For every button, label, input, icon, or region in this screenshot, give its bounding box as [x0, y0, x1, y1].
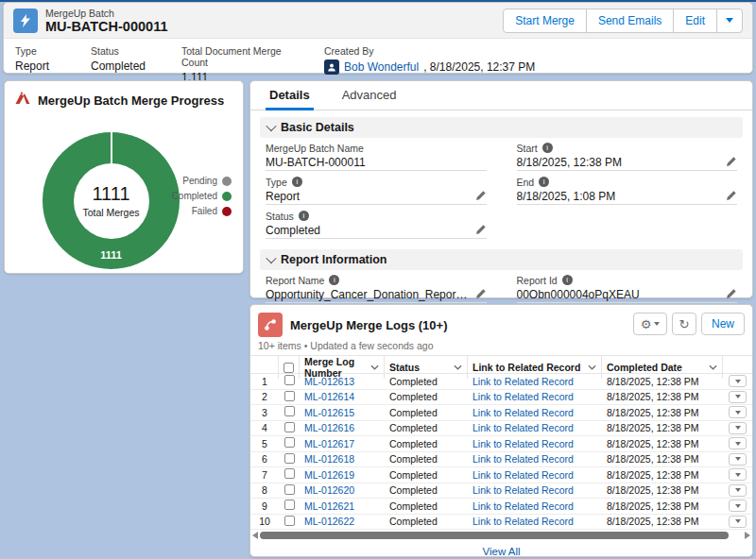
- info-icon[interactable]: i: [329, 275, 339, 285]
- row-status: Completed: [385, 516, 468, 527]
- related-record-link[interactable]: Link to Related Record: [472, 376, 574, 387]
- related-record-link[interactable]: Link to Related Record: [472, 453, 574, 465]
- row-actions-button[interactable]: [729, 437, 747, 449]
- send-emails-button[interactable]: Send Emails: [586, 8, 674, 33]
- field-value: MU-BATCH-000011: [266, 156, 366, 169]
- field-end: Endi 8/18/2025, 1:08 PM: [517, 176, 738, 206]
- more-actions-button[interactable]: [716, 8, 743, 33]
- related-record-link[interactable]: Link to Related Record: [472, 391, 574, 402]
- tab-details[interactable]: Details: [269, 88, 310, 110]
- list-settings-button[interactable]: ⚙: [633, 313, 667, 335]
- scrollbar-thumb[interactable]: [260, 532, 729, 539]
- row-checkbox[interactable]: [279, 468, 300, 481]
- row-actions-button[interactable]: [729, 391, 747, 403]
- info-icon[interactable]: i: [292, 177, 302, 187]
- row-status: Completed: [385, 500, 468, 512]
- row-checkbox[interactable]: [279, 406, 300, 418]
- section-report-information[interactable]: Report Information: [260, 249, 743, 270]
- section-title: Basic Details: [281, 121, 354, 134]
- row-actions-button[interactable]: [729, 468, 747, 481]
- row-number: 1: [250, 376, 279, 387]
- horizontal-scrollbar[interactable]: [250, 530, 752, 541]
- refresh-icon: ↻: [679, 317, 690, 331]
- row-checkbox[interactable]: [279, 453, 300, 466]
- related-list-title[interactable]: MergeUp Merge Logs (10+): [290, 318, 448, 332]
- field-label: Total Document Merge Count: [181, 45, 301, 68]
- row-checkbox[interactable]: [279, 500, 300, 512]
- row-status: Completed: [385, 484, 468, 496]
- info-icon[interactable]: i: [539, 177, 549, 187]
- chevron-down-icon: [735, 442, 741, 446]
- merge-log-link[interactable]: ML-012619: [304, 469, 354, 481]
- row-actions-button[interactable]: [729, 422, 747, 434]
- info-icon[interactable]: i: [542, 143, 553, 153]
- merge-log-link[interactable]: ML-012622: [304, 516, 354, 527]
- row-checkbox[interactable]: [279, 391, 300, 403]
- chevron-down-icon: [266, 253, 276, 263]
- related-record-link[interactable]: Link to Related Record: [472, 469, 574, 481]
- row-actions-button[interactable]: [729, 375, 747, 387]
- related-record-link[interactable]: Link to Related Record: [472, 438, 574, 449]
- chevron-down-icon: [654, 322, 660, 326]
- row-checkbox[interactable]: [279, 516, 300, 528]
- field-label: End: [517, 177, 535, 188]
- merge-log-link[interactable]: ML-012616: [304, 422, 354, 433]
- related-record-link[interactable]: Link to Related Record: [472, 407, 574, 418]
- merge-log-link[interactable]: ML-012621: [304, 500, 354, 512]
- created-by-user-link[interactable]: Bob Wonderful: [344, 60, 419, 74]
- refresh-button[interactable]: ↻: [672, 313, 696, 335]
- scroll-left-icon[interactable]: [252, 532, 258, 539]
- merge-logs-table: Merge Log Number Status Link to Related …: [250, 355, 752, 530]
- related-record-link[interactable]: Link to Related Record: [472, 500, 574, 512]
- edit-pencil-icon[interactable]: [726, 154, 737, 171]
- legend-dot-completed: [222, 192, 232, 201]
- row-completed-date: 8/18/2025, 12:38 PM: [602, 469, 723, 481]
- field-value: 8/18/2025, 12:38 PM: [517, 156, 622, 169]
- tab-advanced[interactable]: Advanced: [342, 88, 397, 110]
- merge-log-link[interactable]: ML-012614: [304, 391, 354, 402]
- row-checkbox[interactable]: [279, 422, 300, 434]
- row-actions-button[interactable]: [729, 406, 747, 418]
- field-report-id: Report Idi 00Obn000004oPqXEAU: [517, 274, 738, 304]
- page-title: MU-BATCH-000011: [45, 19, 167, 34]
- info-icon[interactable]: i: [299, 211, 309, 221]
- info-icon[interactable]: i: [562, 275, 573, 285]
- chevron-down-icon: [735, 411, 741, 415]
- merge-log-link[interactable]: ML-012617: [304, 438, 354, 449]
- view-all-link[interactable]: View All: [482, 546, 520, 557]
- row-checkbox[interactable]: [279, 484, 300, 497]
- merge-log-link[interactable]: ML-012620: [304, 484, 354, 496]
- new-button[interactable]: New: [701, 313, 745, 335]
- row-actions-button[interactable]: [729, 453, 747, 466]
- field-label: Report Name: [266, 275, 324, 286]
- section-basic-details[interactable]: Basic Details: [260, 117, 743, 138]
- row-completed-date: 8/18/2025, 12:38 PM: [602, 407, 723, 418]
- edit-button[interactable]: Edit: [673, 8, 717, 33]
- field-label: Start: [517, 143, 538, 154]
- chevron-down-icon: [735, 380, 741, 383]
- related-record-link[interactable]: Link to Related Record: [472, 516, 574, 527]
- start-merge-button[interactable]: Start Merge: [503, 8, 587, 33]
- related-record-link[interactable]: Link to Related Record: [472, 422, 574, 433]
- row-number: 8: [250, 484, 279, 496]
- merge-progress-card: MergeUp Batch Merge Progress 1111 1111 T…: [4, 80, 244, 274]
- row-actions-button[interactable]: [729, 500, 747, 512]
- scroll-right-icon[interactable]: [745, 532, 750, 539]
- row-checkbox[interactable]: [279, 437, 300, 449]
- edit-pencil-icon[interactable]: [475, 222, 487, 239]
- edit-pencil-icon[interactable]: [726, 286, 737, 303]
- merge-log-link[interactable]: ML-012613: [304, 376, 354, 387]
- edit-pencil-icon[interactable]: [726, 188, 737, 205]
- merge-log-link[interactable]: ML-012618: [304, 453, 354, 465]
- edit-pencil-icon[interactable]: [475, 286, 487, 303]
- row-checkbox[interactable]: [279, 375, 300, 387]
- legend-dot-pending: [222, 177, 232, 186]
- edit-pencil-icon[interactable]: [475, 188, 487, 205]
- table-row: 8ML-012620CompletedLink to Related Recor…: [250, 483, 752, 500]
- merge-log-link[interactable]: ML-012615: [304, 407, 354, 418]
- row-actions-button[interactable]: [729, 484, 747, 497]
- donut-chart: 1111 1111 Total Merges: [43, 132, 180, 269]
- donut-segment-gap: [111, 132, 112, 165]
- row-actions-button[interactable]: [729, 516, 747, 528]
- related-record-link[interactable]: Link to Related Record: [472, 484, 574, 496]
